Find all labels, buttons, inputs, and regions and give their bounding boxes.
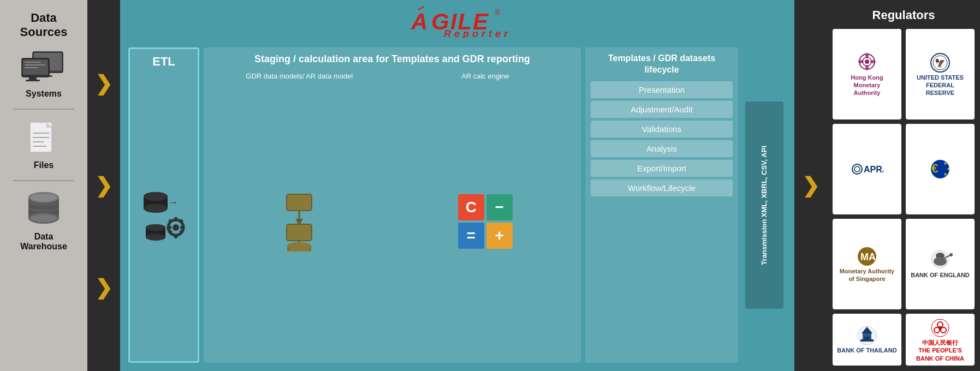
systems-icon — [19, 51, 68, 86]
calc-engine-label: AR calc engine — [461, 72, 509, 80]
etl-icon-area: → — [136, 77, 191, 356]
svg-rect-6 — [29, 77, 37, 80]
svg-point-21 — [31, 194, 57, 201]
lifecycle-analysis: Analysis — [591, 140, 733, 157]
mas-label: Monetary Authorityof Singapore — [840, 267, 894, 283]
svg-text:MAS: MAS — [860, 252, 880, 262]
datawarehouse-label: DataWarehouse — [20, 232, 67, 252]
regulators-grid: Hong KongMonetaryAuthority 🦅 UNITED STAT… — [833, 29, 975, 366]
ecb-logo-icon: € ★ ★ ★ — [927, 158, 953, 180]
regulator-apra: APRA — [833, 124, 901, 214]
svg-text:Reporter: Reporter — [444, 28, 511, 38]
staging-content: GDR data models/ AR data model — [209, 72, 575, 357]
svg-point-46 — [146, 234, 165, 241]
svg-text:★: ★ — [943, 172, 947, 177]
svg-point-59 — [865, 53, 869, 58]
systems-label: Systems — [26, 89, 62, 99]
files-label: Files — [34, 160, 54, 170]
svg-rect-37 — [174, 234, 177, 238]
transmission-bg: Transmission XML, XBRL, CSV, API — [745, 101, 783, 309]
boe-logo-icon — [927, 249, 953, 271]
svg-point-67 — [852, 164, 862, 174]
svg-rect-8 — [25, 62, 41, 63]
hkma-label: Hong KongMonetaryAuthority — [851, 74, 883, 97]
templates-panel: Templates / GDR datasets lifecycle Prese… — [585, 47, 738, 363]
fed-logo-icon: 🦅 — [927, 52, 953, 74]
etl-transform-icon: → — [136, 187, 191, 247]
calc-grid: C − = + — [458, 194, 513, 249]
regulator-fed: 🦅 UNITED STATESFEDERALRESERVE — [906, 29, 975, 119]
pboc-label: 中国人民银行THE PEOPLE'S BANK OF CHINA — [909, 339, 971, 362]
svg-text:€: € — [931, 161, 938, 175]
gdr-models-label: GDR data models/ AR data model — [246, 72, 353, 80]
regulator-bot: BANK OF THAILAND — [833, 314, 901, 366]
svg-point-91 — [939, 326, 942, 330]
mas-logo-icon: MAS — [854, 246, 880, 267]
lifecycle-adjustment: Adjustment/Audit — [591, 101, 733, 118]
svg-text:A: A — [411, 9, 429, 34]
bot-logo-icon — [854, 325, 880, 346]
regulator-ecb: € ★ ★ ★ — [906, 124, 975, 214]
svg-point-31 — [144, 204, 168, 213]
regulator-boe: BANK OF ENGLAND — [906, 219, 975, 309]
lifecycle-workflow: Workflow/Lifecycle — [591, 179, 733, 196]
database-icon — [25, 191, 63, 229]
svg-rect-7 — [26, 80, 40, 81]
svg-text:®: ® — [495, 8, 501, 17]
svg-point-60 — [865, 65, 869, 70]
arrow-1: ❯ — [95, 73, 112, 94]
svg-rect-38 — [167, 226, 171, 229]
svg-rect-48 — [287, 194, 312, 211]
svg-rect-36 — [174, 217, 177, 222]
regulator-pboc: 中国人民银行THE PEOPLE'S BANK OF CHINA — [906, 314, 975, 366]
apra-logo-icon: APRA — [851, 158, 883, 180]
regulators-title: Regulators — [833, 8, 975, 22]
db-flow-svg — [275, 192, 324, 252]
hkma-logo-icon — [854, 52, 880, 74]
lifecycle-export: Export/Import — [591, 160, 733, 177]
calc-cell-c: C — [458, 194, 484, 220]
data-sources-title: DataSources — [20, 11, 68, 40]
datawarehouse-source: DataWarehouse — [20, 191, 67, 252]
calc-engine-sub: AR calc engine C − = + — [395, 72, 576, 357]
transmission-text: Transmission XML, XBRL, CSV, API — [759, 146, 769, 265]
boe-label: BANK OF ENGLAND — [911, 271, 970, 279]
files-icon — [27, 119, 60, 158]
svg-point-32 — [144, 192, 168, 201]
lifecycle-presentation: Presentation — [591, 81, 733, 98]
svg-point-35 — [173, 224, 179, 231]
gdr-models-sub: GDR data models/ AR data model — [209, 72, 390, 357]
svg-point-23 — [31, 214, 57, 222]
staging-panel: Staging / calculation area for Templates… — [204, 47, 581, 363]
right-arrow-col: ❯ — [794, 0, 827, 371]
svg-point-61 — [858, 60, 864, 63]
svg-text:→: → — [168, 197, 178, 208]
logo-area: A GILE ® Reporter — [128, 5, 786, 43]
svg-text:★: ★ — [943, 161, 947, 166]
right-arrow: ❯ — [802, 175, 819, 196]
arrow-2: ❯ — [95, 175, 112, 196]
svg-rect-10 — [25, 67, 38, 68]
main-area: A GILE ® Reporter ETL — [120, 0, 794, 371]
data-sources-panel: DataSources Systems — [0, 0, 87, 371]
svg-rect-9 — [25, 64, 45, 65]
regulator-mas: MAS Monetary Authorityof Singapore — [833, 219, 901, 309]
regulators-panel: Regulators Hong KongMonetaryAuthority — [827, 0, 980, 371]
files-source: Files — [27, 119, 60, 170]
svg-text:🦅: 🦅 — [935, 58, 946, 68]
etl-panel: ETL → — [128, 47, 199, 363]
divider-1 — [13, 109, 74, 110]
regulator-hkma: Hong KongMonetaryAuthority — [833, 29, 901, 119]
lifecycle-validations: Validations — [591, 121, 733, 137]
templates-title: Templates / GDR datasets lifecycle — [591, 53, 733, 76]
svg-point-62 — [870, 60, 876, 63]
svg-point-81 — [949, 253, 953, 256]
svg-rect-39 — [180, 226, 185, 229]
svg-point-63 — [865, 59, 869, 64]
svg-point-68 — [854, 166, 860, 172]
svg-point-56 — [287, 242, 311, 250]
main-content: ETL → — [128, 47, 786, 363]
svg-rect-51 — [287, 224, 312, 241]
etl-title: ETL — [152, 55, 175, 69]
staging-title: Staging / calculation area for Templates… — [209, 53, 575, 65]
